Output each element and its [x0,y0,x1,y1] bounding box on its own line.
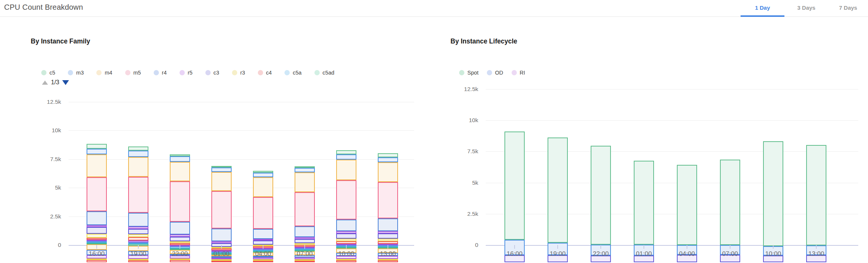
bar-segment-m4[interactable] [253,177,273,197]
bar-segment-c3[interactable] [128,229,148,234]
bar-segment-c5[interactable] [128,146,148,151]
bar-segment-m4[interactable] [378,162,398,182]
legend-dot-r3 [232,70,237,75]
legend-item-r5[interactable]: r5 [180,70,193,76]
legend-dot-c5ad [314,70,320,75]
bar-segment-c3[interactable] [378,233,398,239]
bar-segment-r3[interactable] [128,234,148,237]
legend-page-down-icon[interactable] [62,80,69,85]
bar-segment-r4[interactable] [128,213,148,227]
legend-item-c3[interactable]: c3 [205,70,219,76]
bar-segment-m4[interactable] [295,172,315,192]
bar-segment-c5[interactable] [336,150,356,154]
bar-segment-r4[interactable] [253,229,273,239]
tab-7-days[interactable]: 7 Days [828,0,868,17]
bar-segment-other[interactable] [87,260,107,262]
bar-segment-other[interactable] [211,261,232,262]
tab-1-day[interactable]: 1 Day [741,0,784,17]
bar-segment-c3[interactable] [87,227,107,234]
legend-item-c4[interactable]: c4 [258,70,272,76]
bar-segment-spot[interactable] [548,137,568,243]
bar-segment-m3[interactable] [211,167,232,172]
bar-segment-m4[interactable] [211,172,232,191]
bar-segment-c5[interactable] [378,153,398,157]
bar-segment-r3[interactable] [378,239,398,242]
bar-segment-m3[interactable] [336,154,356,160]
legend-item-c5ad[interactable]: c5ad [314,70,334,76]
bar-segment-spot[interactable] [634,161,654,245]
legend-item-m3[interactable]: m3 [68,70,84,76]
legend-item-m4[interactable]: m4 [96,70,112,76]
bar-segment-m4[interactable] [128,157,148,177]
bar-segment-other[interactable] [378,260,398,263]
bar-segment-spot[interactable] [720,160,740,245]
bar-segment-m4[interactable] [170,162,190,181]
legend-item-od[interactable]: OD [487,70,503,76]
bar-segment-other[interactable] [295,261,315,262]
bar-segment-c4[interactable] [378,241,398,244]
bar-segment-m5[interactable] [128,177,148,213]
gridline [69,159,414,160]
bar-segment-spot[interactable] [504,132,525,240]
bar-segment-r4[interactable] [211,229,232,241]
bar-segment-m3[interactable] [295,168,315,172]
legend-item-spot[interactable]: Spot [459,70,479,76]
gridline [69,188,414,188]
bar-segment-other[interactable] [128,260,148,262]
bar-segment-m5[interactable] [336,180,356,220]
bar-segment-r4[interactable] [170,222,190,235]
bar-segment-m5[interactable] [295,192,315,226]
bar-segment-c3[interactable] [253,241,273,245]
bar-segment-m4[interactable] [336,160,356,180]
legend-item-m5[interactable]: m5 [125,70,141,76]
bar-segment-r4[interactable] [87,211,107,225]
bar-segment-c4[interactable] [336,241,356,244]
legend-item-ri[interactable]: RI [512,70,525,76]
bar-segment-m4[interactable] [87,154,107,177]
bar-segment-other[interactable] [170,260,190,262]
bar-segment-m3[interactable] [378,157,398,162]
legend-dot-r4 [154,70,159,75]
bar-segment-c4[interactable] [128,237,148,241]
tab-3-days[interactable]: 3 Days [784,0,828,17]
y-axis-label: 0 [25,242,61,248]
legend-item-c5[interactable]: c5 [41,70,55,76]
bar-segment-m5[interactable] [87,177,107,211]
bar-segment-r4[interactable] [336,220,356,231]
bar-segment-c3[interactable] [336,233,356,239]
legend-label: c4 [266,70,272,76]
bar-segment-other[interactable] [253,261,273,262]
bar-segment-spot[interactable] [591,146,611,245]
bar-segment-m3[interactable] [87,149,107,155]
bar-segment-r4[interactable] [378,218,398,231]
bar-segment-m3[interactable] [128,151,148,157]
bar-segment-c5[interactable] [87,144,107,148]
legend-label: RI [520,70,525,76]
bar-segment-r4[interactable] [295,226,315,237]
bar-segment-other[interactable] [336,260,356,263]
bar-segment-spot[interactable] [806,145,826,245]
bar-segment-c3[interactable] [295,239,315,244]
bar-segment-r3[interactable] [87,234,107,238]
legend-page-up-icon[interactable] [42,81,48,85]
bar-segment-spot[interactable] [763,141,783,246]
gridline [486,89,858,90]
y-axis-label: 2.5k [25,213,61,220]
instance-lifecycle-chart: 02.5k5k7.5k10k12.5k16:0019:0022:0001:000… [486,89,858,262]
x-axis-tick [263,245,263,249]
legend-item-r4[interactable]: r4 [154,70,167,76]
legend-item-c5a[interactable]: c5a [284,70,301,76]
x-axis-label: 07:00 [284,250,325,258]
x-axis-tick [346,245,347,249]
bar-segment-m5[interactable] [170,181,190,222]
bar-segment-r3[interactable] [336,239,356,242]
legend-item-r3[interactable]: r3 [232,70,245,76]
bar-segment-spot[interactable] [677,165,697,245]
y-axis-label: 7.5k [443,148,478,155]
bar-segment-m3[interactable] [253,173,273,177]
bar-segment-m3[interactable] [170,156,190,162]
bar-segment-m5[interactable] [378,182,398,218]
bar-segment-m5[interactable] [211,191,232,229]
bar-segment-c3[interactable] [170,237,190,241]
bar-segment-m5[interactable] [253,197,273,229]
